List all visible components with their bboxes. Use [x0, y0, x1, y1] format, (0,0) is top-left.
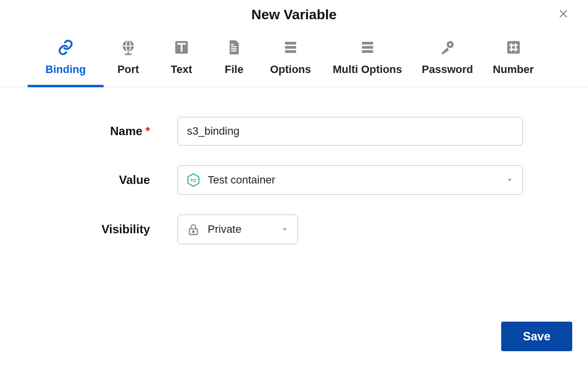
tab-binding[interactable]: Binding: [28, 38, 104, 87]
tab-label: Options: [270, 63, 311, 76]
close-icon: [557, 8, 569, 22]
link-icon: [57, 38, 74, 56]
svg-rect-11: [507, 41, 520, 54]
visibility-select-text: Private: [208, 223, 280, 236]
save-button[interactable]: Save: [501, 322, 572, 351]
name-label: Name*: [0, 124, 178, 138]
tab-number[interactable]: Number: [483, 38, 544, 87]
tab-file[interactable]: File: [210, 38, 258, 87]
visibility-row: Visibility Private: [0, 215, 588, 244]
svg-point-15: [192, 231, 194, 232]
svg-rect-3: [285, 42, 296, 45]
close-button[interactable]: [554, 6, 572, 24]
file-icon: [225, 38, 243, 56]
number-icon: [505, 38, 522, 56]
tab-label: Binding: [45, 63, 86, 76]
svg-rect-6: [362, 42, 373, 45]
chevron-down-icon: [280, 224, 290, 234]
variable-type-tabs: Binding Port Text: [0, 38, 588, 87]
visibility-label: Visibility: [0, 222, 178, 236]
form-area: Name* Value TC Test container: [0, 87, 588, 244]
visibility-select[interactable]: Private: [178, 215, 298, 244]
tab-options[interactable]: Options: [258, 38, 323, 87]
globe-icon: [119, 38, 137, 56]
multi-options-icon: [359, 38, 376, 56]
svg-point-10: [449, 43, 451, 46]
tab-multi-options[interactable]: Multi Options: [323, 38, 412, 87]
svg-rect-8: [362, 50, 373, 53]
name-label-text: Name: [110, 124, 142, 138]
tab-password[interactable]: Password: [412, 38, 483, 87]
password-icon: [439, 38, 456, 56]
value-row: Value TC Test container: [0, 165, 588, 195]
tab-label: Text: [171, 63, 192, 76]
modal-title: New Variable: [0, 7, 588, 23]
new-variable-modal: New Variable Binding: [0, 0, 588, 366]
name-row: Name*: [0, 117, 588, 146]
tab-port[interactable]: Port: [104, 38, 153, 87]
svg-text:TC: TC: [190, 178, 197, 183]
value-select-text: Test container: [208, 174, 505, 186]
options-icon: [282, 38, 299, 56]
value-select[interactable]: TC Test container: [178, 165, 523, 195]
svg-rect-5: [285, 50, 296, 53]
tab-label: Password: [422, 63, 473, 76]
svg-rect-4: [285, 46, 296, 49]
svg-rect-7: [362, 46, 373, 49]
value-label: Value: [0, 173, 178, 187]
modal-footer: Save: [501, 322, 572, 351]
tab-label: File: [224, 63, 243, 76]
chevron-down-icon: [505, 175, 514, 185]
name-input[interactable]: [178, 117, 523, 146]
text-icon: [173, 38, 190, 56]
tab-label: Multi Options: [333, 63, 403, 76]
required-indicator: *: [146, 124, 150, 138]
container-badge-icon: TC: [186, 173, 201, 187]
tab-label: Port: [117, 63, 139, 76]
tab-label: Number: [493, 63, 534, 76]
modal-header: New Variable: [0, 0, 588, 23]
tab-text[interactable]: Text: [153, 38, 210, 87]
lock-icon: [186, 222, 201, 237]
